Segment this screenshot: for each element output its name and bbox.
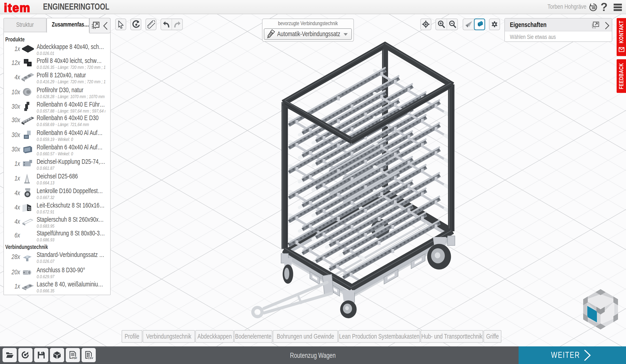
svg-text:PDF: PDF <box>72 357 77 360</box>
svg-text:CSV: CSV <box>88 357 93 360</box>
